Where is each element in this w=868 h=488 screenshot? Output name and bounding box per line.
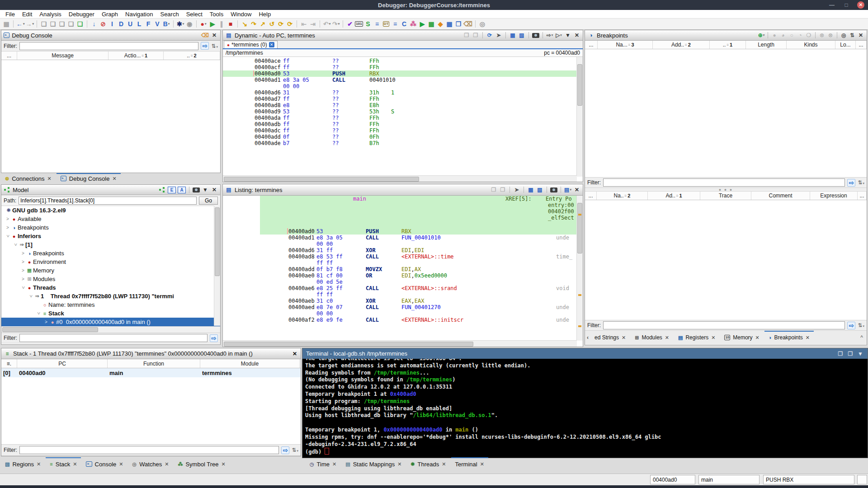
listing-vscrollbar[interactable] <box>576 196 583 341</box>
tree-item-memory[interactable]: >▦Memory <box>1 266 220 275</box>
tab-stack[interactable]: ≡Stack✕ <box>46 457 81 471</box>
undefine-u-icon[interactable]: U <box>126 19 134 28</box>
export-file-icon[interactable]: ❏ <box>49 19 57 28</box>
kill-icon[interactable]: ■ <box>226 19 235 28</box>
toggle-breakpoint-icon[interactable]: ❍ <box>805 32 812 39</box>
regex-filter-icon[interactable]: ⇨ <box>847 179 855 187</box>
filter-settings-icon[interactable]: ⇅▾ <box>858 322 864 328</box>
tabs-collapse-icon[interactable]: ^ <box>857 331 867 344</box>
model-path-input[interactable] <box>19 197 197 205</box>
debug-console-body[interactable] <box>1 60 220 173</box>
close-tab-icon[interactable]: ✕ <box>442 461 446 467</box>
tree-view-icon[interactable] <box>159 187 166 192</box>
close-tab-icon[interactable]: ✕ <box>37 461 41 467</box>
tab-termmines[interactable]: ● *termmines (0) ✕ <box>224 41 278 48</box>
label-l-icon[interactable]: L <box>135 19 143 28</box>
record-icon[interactable]: ●▾ <box>199 19 208 28</box>
decompiler-icon[interactable]: C <box>400 19 408 28</box>
close-tab-icon[interactable]: ✕ <box>806 335 810 341</box>
tree-item--0-0x0000000000400ad0-in-main-[interactable]: >●#0 0x0000000000400ad0 in main () <box>1 318 220 326</box>
column-header-na[interactable]: Na..≡2 <box>597 192 648 200</box>
upload-icon[interactable]: ❏ <box>67 19 75 28</box>
close-tab-icon[interactable]: ✕ <box>622 335 626 341</box>
panel-menu-icon[interactable]: ▼ <box>202 186 209 193</box>
memory-bytes-icon[interactable]: 101 <box>355 19 363 28</box>
tree-item-modules[interactable]: >⊞Modules <box>1 275 220 283</box>
navigate-forward-icon[interactable]: →▾ <box>26 19 34 28</box>
column-header-expression[interactable]: Expression <box>810 192 858 200</box>
column-header-na[interactable]: Na...≡3 <box>598 41 653 49</box>
disassembly-row-00400add[interactable]: 00400add0f??0Fh <box>223 134 583 140</box>
step-out-icon[interactable]: ↗ <box>259 19 267 28</box>
disassembly-row-00400ad0[interactable]: 00400ad053PUSHRBX <box>223 228 583 235</box>
menu-edit[interactable]: Edit <box>19 10 36 18</box>
variable-v-icon[interactable]: V <box>153 19 161 28</box>
copy-icon[interactable]: ❐ <box>472 32 479 39</box>
disassembly-row-00400ade[interactable]: 00400adeb7??B7h <box>223 140 583 146</box>
stack-table-body[interactable] <box>1 377 301 432</box>
tree-item-environment[interactable]: >●Environment <box>1 258 220 266</box>
connections-icon[interactable]: ◉ <box>185 19 193 28</box>
disassembly-row-00400aed[interactable]: 00400aede8 7e 07CALLFUN_00401270unde <box>223 304 583 310</box>
column-header-actio[interactable]: Actio...≡1 <box>108 52 164 60</box>
regex-filter-icon[interactable]: ⇨ <box>847 322 855 329</box>
clone-icon[interactable]: ❐ <box>837 350 844 357</box>
tab-threads[interactable]: ❋Threads✕ <box>406 457 450 471</box>
function-f-icon[interactable]: F <box>144 19 152 28</box>
memory-map-icon[interactable]: ▦ <box>427 19 435 28</box>
column-header-length[interactable]: Length <box>746 41 787 49</box>
disable-breakpoint-icon[interactable]: ○ <box>788 32 795 39</box>
column-header-add[interactable]: Add..≡2 <box>653 41 710 49</box>
model-hscrollbar[interactable] <box>1 326 220 333</box>
tab-debug-console[interactable]: >_Debug Console✕ <box>57 173 121 184</box>
tab-static-mappings[interactable]: ▤Static Mappings✕ <box>341 457 406 471</box>
disassembly-row-00400ace[interactable]: 00400aceff??FFh <box>223 58 583 64</box>
tab-watches[interactable]: ◎Watches✕ <box>128 457 173 471</box>
skip-back-icon[interactable]: ⇤ <box>300 19 308 28</box>
tree-item-name-termmines[interactable]: ○Name: termmines <box>1 300 220 309</box>
column-header-trace[interactable]: Trace <box>700 192 751 200</box>
close-tab-icon[interactable]: ✕ <box>47 176 52 182</box>
breakpoints-table-body[interactable] <box>585 49 867 177</box>
copy-icon[interactable]: ❐ <box>847 350 854 357</box>
disassembly-row-00400ad1[interactable]: 00400ad1e8 3a 05CALLFUN_00401010unde <box>223 235 583 241</box>
close-tab-icon[interactable]: ✕ <box>73 461 77 467</box>
export-snapshot-icon[interactable]: ❏ <box>76 19 84 28</box>
compare-icon[interactable]: ▧ <box>518 32 525 39</box>
register-table-icon[interactable]: ❐ <box>454 19 462 28</box>
menu-analysis[interactable]: Analysis <box>36 10 65 18</box>
breakpoints-filter-input[interactable] <box>603 178 845 187</box>
regex-filter-icon[interactable]: ⇨ <box>210 334 218 342</box>
tab-console[interactable]: >_Console✕ <box>82 457 127 471</box>
tree-item-gnu-gdb-16-3-2-el9[interactable]: ❋GNU gdb 16.3-2.el9 <box>1 206 220 215</box>
byte-viewer-icon[interactable]: ▦ <box>445 19 453 28</box>
refresh-icon[interactable]: ⟳ <box>486 32 493 39</box>
disassembly-row-00400ad6[interactable]: 00400ad631??31h1 <box>223 89 583 96</box>
column-header-[interactable]: ≡. <box>1 359 17 368</box>
regex-filter-icon[interactable]: ⇨ <box>201 42 209 50</box>
tab-memory[interactable]: 10Memory✕ <box>720 331 763 344</box>
column-header-[interactable]: ... <box>858 192 867 200</box>
skip-forward-icon[interactable]: ⇥ <box>309 19 317 28</box>
column-header-lo[interactable]: Lo... <box>835 41 856 49</box>
disassembly-row-00400aeb[interactable]: 00400aeb31 c0XOREAX,EAX <box>223 298 583 304</box>
tab-time[interactable]: ◷Time✕ <box>306 457 340 471</box>
stack-frame-row[interactable]: [0]00400ad0maintermmines <box>1 368 301 377</box>
function-call-trees-icon[interactable]: ⁂ <box>409 19 417 28</box>
step-loop1-icon[interactable]: ⟳ <box>277 19 285 28</box>
maximize-icon[interactable]: □ <box>843 2 850 8</box>
menu-debugger[interactable]: Debugger <box>65 10 98 18</box>
bookmarks-diamond-icon[interactable]: ◆ <box>436 19 444 28</box>
column-header-function[interactable]: Function <box>108 359 200 368</box>
model-filter-input[interactable] <box>19 334 208 342</box>
regex-filter-icon[interactable]: ⇨ <box>281 446 289 454</box>
go-to-icon[interactable]: ↓ <box>90 19 98 28</box>
undo-icon[interactable]: ↶▾ <box>323 19 331 28</box>
enable-all-icon[interactable]: ◕ <box>779 32 787 39</box>
filter-settings-icon[interactable]: ⇅ <box>849 32 856 39</box>
navigate-back-icon[interactable]: ←▾ <box>16 19 25 28</box>
tab-symbol-tree[interactable]: ⁂Symbol Tree✕ <box>174 457 229 471</box>
disassembly-row-00400ad1[interactable]: 00400ad1e8 3a 05CALL00401010 <box>223 77 583 83</box>
disassembly-row-00400ad7[interactable]: 00400ad7ff??FFh <box>223 96 583 102</box>
disassemble-i-icon[interactable]: I <box>108 19 116 28</box>
